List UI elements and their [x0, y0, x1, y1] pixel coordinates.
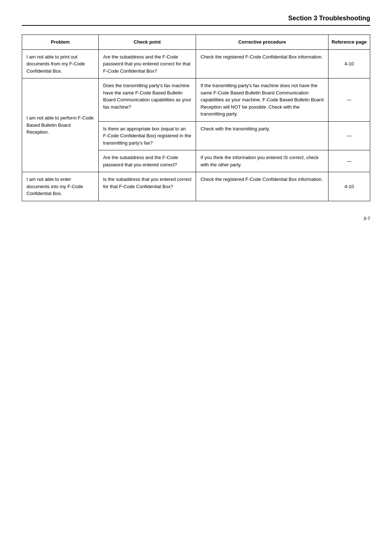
cell-corrective: Check with the transmitting party.	[196, 121, 328, 150]
page-footer: 3-7	[22, 216, 370, 221]
table-row: I am not able to perform F-Code Based Bu…	[22, 78, 370, 122]
cell-reference: 4-10	[328, 49, 370, 78]
table-header-row: Problem Check point Corrective procedure…	[22, 35, 370, 50]
col-header-corrective: Corrective procedure	[196, 35, 328, 50]
cell-corrective: If the transmitting party's fax machine …	[196, 78, 328, 122]
cell-problem: I am not able to print out documents fro…	[22, 49, 99, 78]
table-row: I am not able to enter documents into my…	[22, 172, 370, 201]
cell-reference: —	[328, 121, 370, 150]
cell-checkpoint: Is the subaddress that you entered corre…	[98, 172, 196, 201]
cell-checkpoint: Does the transmitting party's fax machin…	[98, 78, 196, 122]
section-title: Section 3 Troubleshooting	[288, 15, 370, 22]
cell-reference: 4-10	[328, 172, 370, 201]
cell-corrective: Check the registered F-Code Confidential…	[196, 49, 328, 78]
page-number: 3-7	[363, 216, 370, 221]
cell-corrective: If you think the information you entered…	[196, 150, 328, 172]
page-header: Section 3 Troubleshooting	[22, 15, 370, 26]
cell-corrective: Check the registered F-Code Confidential…	[196, 172, 328, 201]
cell-checkpoint: Is there an appropriate box (equal to an…	[98, 121, 196, 150]
table-row: I am not able to print out documents fro…	[22, 49, 370, 78]
cell-problem: I am not able to perform F-Code Based Bu…	[22, 78, 99, 172]
col-header-problem: Problem	[22, 35, 99, 50]
troubleshooting-table: Problem Check point Corrective procedure…	[22, 35, 370, 201]
cell-checkpoint: Are the subaddress and the F-Code passwo…	[98, 150, 196, 172]
cell-reference: —	[328, 78, 370, 122]
col-header-reference: Reference page	[328, 35, 370, 50]
cell-checkpoint: Are the subaddress and the F-Code passwo…	[98, 49, 196, 78]
cell-problem: I am not able to enter documents into my…	[22, 172, 99, 201]
col-header-checkpoint: Check point	[98, 35, 196, 50]
cell-reference: —	[328, 150, 370, 172]
